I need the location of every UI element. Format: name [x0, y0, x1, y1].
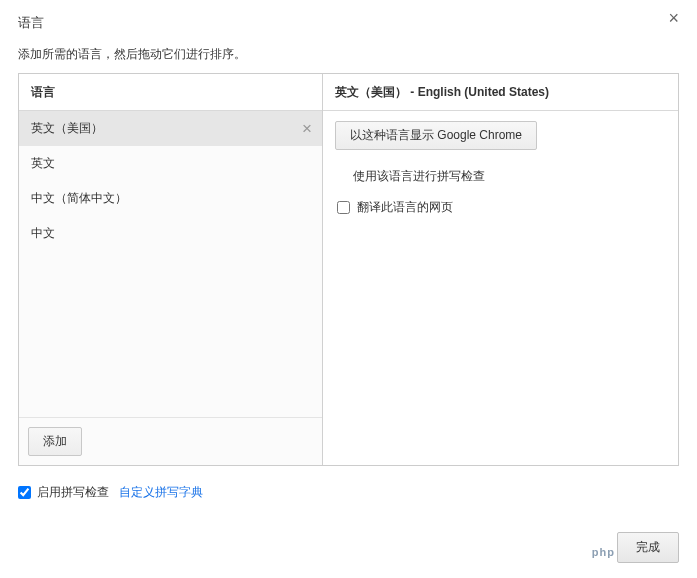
- right-body: 以这种语言显示 Google Chrome 使用该语言进行拼写检查 翻译此语言的…: [323, 111, 678, 228]
- language-item-en-us[interactable]: 英文（美国） ×: [19, 111, 322, 146]
- remove-language-icon[interactable]: ×: [302, 123, 312, 135]
- left-column-header: 语言: [19, 74, 322, 111]
- watermark-brand: php: [592, 546, 615, 558]
- language-list: 英文（美国） × 英文 中文（简体中文） 中文: [19, 111, 322, 417]
- language-item-en[interactable]: 英文: [19, 146, 322, 181]
- translate-checkbox[interactable]: [337, 201, 350, 214]
- language-item-zh-cn[interactable]: 中文（简体中文）: [19, 181, 322, 216]
- language-item-label: 中文（简体中文）: [31, 190, 127, 207]
- title-row: 语言 ×: [18, 14, 679, 32]
- enable-spellcheck-label: 启用拼写检查: [37, 484, 109, 501]
- language-item-label: 英文（美国）: [31, 120, 103, 137]
- translate-checkbox-row[interactable]: 翻译此语言的网页: [335, 197, 666, 218]
- language-item-zh[interactable]: 中文: [19, 216, 322, 251]
- enable-spellcheck-checkbox[interactable]: [18, 486, 31, 499]
- language-dialog: 语言 × 添加所需的语言，然后拖动它们进行排序。 语言 英文（美国） × 英文 …: [0, 0, 697, 513]
- done-button[interactable]: 完成: [617, 532, 679, 563]
- language-panel: 语言 英文（美国） × 英文 中文（简体中文） 中文 添加: [18, 73, 679, 466]
- left-footer: 添加: [19, 417, 322, 465]
- display-in-language-button[interactable]: 以这种语言显示 Google Chrome: [335, 121, 537, 150]
- language-item-label: 中文: [31, 225, 55, 242]
- done-area: 完成: [617, 532, 679, 563]
- close-icon[interactable]: ×: [668, 11, 679, 25]
- spellcheck-line: 使用该语言进行拼写检查: [335, 164, 666, 197]
- custom-dictionary-link[interactable]: 自定义拼写字典: [119, 484, 203, 501]
- translate-checkbox-label: 翻译此语言的网页: [357, 199, 453, 216]
- below-panel: 启用拼写检查 自定义拼写字典: [18, 484, 679, 501]
- dialog-title: 语言: [18, 14, 44, 32]
- language-list-column: 语言 英文（美国） × 英文 中文（简体中文） 中文 添加: [19, 74, 323, 465]
- add-language-button[interactable]: 添加: [28, 427, 82, 456]
- right-column-header: 英文（美国） - English (United States): [323, 74, 678, 111]
- language-item-label: 英文: [31, 155, 55, 172]
- dialog-subtitle: 添加所需的语言，然后拖动它们进行排序。: [18, 46, 679, 63]
- language-detail-column: 英文（美国） - English (United States) 以这种语言显示…: [323, 74, 678, 465]
